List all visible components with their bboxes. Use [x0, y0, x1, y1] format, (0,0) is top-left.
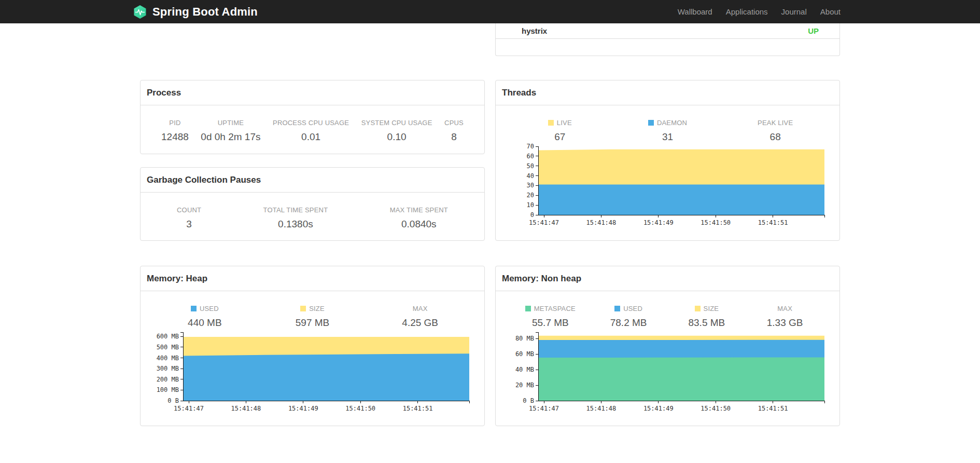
gc-pauses-card: Garbage Collection Pauses COUNT 3 TOTAL … [140, 167, 485, 241]
memory-heap-stats: USED 440 MB SIZE 597 MB MAX 4.25 GB [141, 291, 484, 329]
svg-text:40 MB: 40 MB [515, 366, 534, 373]
svg-text:30: 30 [527, 182, 534, 189]
legend-swatch [191, 306, 197, 311]
process-card: Process PID 12488 UPTIME 0d 0h 2m 17s PR… [140, 80, 485, 154]
stat-label-text: USED [623, 305, 642, 312]
stat-heap-max: MAX 4.25 GB [366, 305, 474, 329]
stat-nonheap-size: SIZE 83.5 MB [668, 305, 746, 329]
stat-heap-used: USED 440 MB [151, 305, 259, 329]
svg-text:400 MB: 400 MB [157, 355, 179, 362]
svg-text:50: 50 [527, 162, 534, 170]
memory-nonheap-card-title: Memory: Non heap [502, 274, 581, 283]
gc-card-title: Garbage Collection Pauses [147, 175, 261, 185]
application-row[interactable]: hystrix UP [496, 23, 839, 39]
stat-peak-live: PEAK LIVE 68 [721, 119, 829, 143]
threads-card-header: Threads [496, 80, 839, 105]
stat-value: 8 [444, 131, 464, 143]
memory-nonheap-card: Memory: Non heap METASPACE 55.7 MB USED … [495, 266, 840, 426]
stat-process-cpu-usage: PROCESS CPU USAGE 0.01 [273, 119, 349, 143]
svg-text:100 MB: 100 MB [157, 386, 179, 393]
brand-link[interactable]: Spring Boot Admin [133, 5, 258, 19]
svg-text:15:41:48: 15:41:48 [586, 219, 617, 226]
status-badge: UP [808, 26, 819, 35]
stat-nonheap-used: USED 78.2 MB [590, 305, 668, 329]
stat-label-text: METASPACE [534, 305, 576, 312]
stat-label: PEAK LIVE [721, 119, 829, 127]
stat-value: 12488 [161, 131, 189, 143]
svg-text:15:41:51: 15:41:51 [758, 405, 788, 412]
svg-text:15:41:51: 15:41:51 [758, 219, 788, 226]
stat-value: 0.10 [361, 131, 432, 143]
svg-text:200 MB: 200 MB [157, 376, 179, 383]
application-status-card: hystrix UP [495, 23, 840, 56]
svg-text:60: 60 [527, 153, 534, 160]
svg-text:40: 40 [527, 172, 534, 180]
svg-text:60 MB: 60 MB [515, 350, 534, 358]
stat-system-cpu-usage: SYSTEM CPU USAGE 0.10 [361, 119, 432, 143]
svg-text:70: 70 [527, 143, 534, 150]
application-card-footer [496, 39, 839, 56]
stat-cpus: CPUS 8 [444, 119, 464, 143]
memory-heap-card-title: Memory: Heap [147, 274, 207, 283]
svg-text:20: 20 [527, 192, 534, 199]
nav-item-about[interactable]: About [814, 0, 847, 23]
svg-text:300 MB: 300 MB [157, 365, 179, 372]
nav-item-applications[interactable]: Applications [719, 0, 775, 23]
stat-label: USED [151, 305, 259, 312]
legend-swatch [695, 306, 701, 311]
nav-item-wallboard[interactable]: Wallboard [671, 0, 719, 23]
legend-swatch [300, 306, 306, 311]
svg-text:15:41:51: 15:41:51 [403, 405, 433, 412]
process-stats: PID 12488 UPTIME 0d 0h 2m 17s PROCESS CP… [141, 105, 484, 143]
stat-value: 31 [614, 131, 722, 143]
brand-title: Spring Boot Admin [152, 5, 258, 19]
stat-label: LIVE [506, 119, 614, 127]
threads-chart-svg: 01020304050607015:41:4715:41:4815:41:491… [504, 143, 831, 229]
stat-label: MAX TIME SPENT [390, 206, 448, 214]
stat-daemon: DAEMON 31 [614, 119, 722, 143]
stat-total-time-spent: TOTAL TIME SPENT 0.1380s [263, 206, 328, 230]
stat-label: SYSTEM CPU USAGE [361, 119, 432, 127]
svg-text:0: 0 [530, 211, 534, 219]
svg-text:20 MB: 20 MB [515, 382, 534, 389]
stat-label-text: USED [200, 305, 219, 312]
memory-nonheap-stats: METASPACE 55.7 MB USED 78.2 MB SIZE 83.5… [496, 291, 839, 329]
threads-card: Threads LIVE 67 DAEMON 31 PEAK LIVE 68 0… [495, 80, 840, 241]
svg-text:0 B: 0 B [523, 397, 534, 404]
stat-uptime: UPTIME 0d 0h 2m 17s [201, 119, 260, 143]
main-content: Process PID 12488 UPTIME 0d 0h 2m 17s PR… [140, 23, 840, 426]
svg-text:15:41:48: 15:41:48 [586, 405, 617, 412]
stat-label: MAX [746, 305, 824, 312]
stat-value: 597 MB [259, 317, 367, 329]
stat-max-time-spent: MAX TIME SPENT 0.0840s [390, 206, 448, 230]
svg-text:15:41:50: 15:41:50 [701, 405, 731, 412]
spring-boot-admin-logo-icon [133, 5, 147, 19]
nav-item-journal[interactable]: Journal [775, 0, 814, 23]
stat-label: SIZE [668, 305, 746, 312]
legend-swatch [614, 306, 620, 311]
svg-text:15:41:49: 15:41:49 [643, 219, 674, 226]
application-name: hystrix [522, 26, 547, 35]
memory-nonheap-card-header: Memory: Non heap [496, 266, 839, 291]
stat-label-text: SIZE [309, 305, 325, 312]
left-column: Process PID 12488 UPTIME 0d 0h 2m 17s PR… [140, 23, 485, 426]
stat-label: CPUS [444, 119, 464, 127]
stat-value: 67 [506, 131, 614, 143]
svg-text:80 MB: 80 MB [515, 335, 534, 342]
stat-label: METASPACE [511, 305, 590, 312]
memory_nonheap-chart-svg: 0 B20 MB40 MB60 MB80 MB15:41:4715:41:481… [504, 329, 831, 415]
stat-label: COUNT [177, 206, 201, 214]
stat-label: PROCESS CPU USAGE [273, 119, 349, 127]
right-column: hystrix UP Threads LIVE 67 DAEMON 31 PEA… [495, 23, 840, 426]
svg-text:15:41:50: 15:41:50 [701, 219, 731, 226]
stat-label: DAEMON [614, 119, 722, 127]
stat-value: 83.5 MB [668, 317, 746, 329]
svg-text:500 MB: 500 MB [157, 344, 179, 351]
stat-value: 440 MB [151, 317, 259, 329]
stat-label-text: SIZE [704, 305, 719, 312]
svg-text:15:41:47: 15:41:47 [174, 405, 204, 412]
svg-text:15:41:47: 15:41:47 [529, 405, 559, 412]
stat-label: MAX [366, 305, 474, 312]
stat-label: PID [161, 119, 189, 127]
legend-swatch [648, 120, 654, 126]
